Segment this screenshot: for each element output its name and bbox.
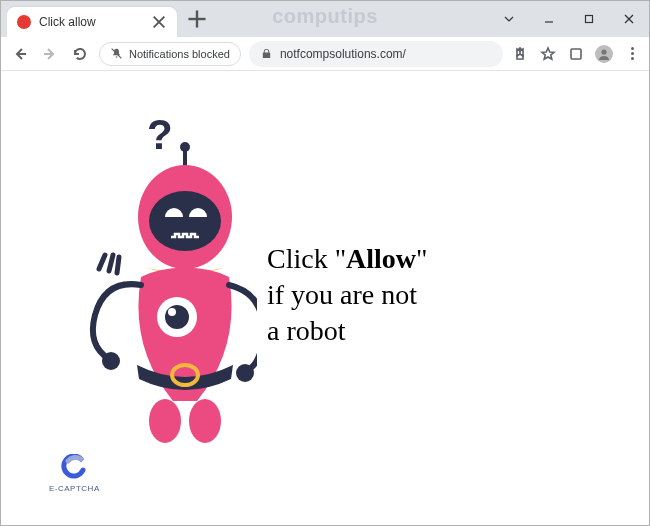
tab-favicon-icon xyxy=(17,15,31,29)
toolbar: Notifications blocked notfcompsolutions.… xyxy=(1,37,649,71)
maximize-icon xyxy=(583,13,595,25)
tab-strip: Click allow xyxy=(1,1,213,37)
svg-point-22 xyxy=(168,308,176,316)
svg-point-26 xyxy=(149,399,181,443)
msg-strong: Allow xyxy=(346,243,416,274)
svg-point-21 xyxy=(165,305,189,329)
ecaptcha-logo-icon xyxy=(61,454,87,480)
back-button[interactable] xyxy=(9,43,31,65)
notifications-chip-label: Notifications blocked xyxy=(129,48,230,60)
chevron-down-icon xyxy=(502,12,516,26)
svg-point-14 xyxy=(601,49,606,54)
profile-button[interactable] xyxy=(595,45,613,63)
robot-icon: ? xyxy=(37,109,257,449)
minimize-button[interactable] xyxy=(529,5,569,33)
ecaptcha-badge: E-CAPTCHA xyxy=(49,454,100,493)
watermark-text: computips xyxy=(272,5,378,28)
svg-marker-12 xyxy=(542,48,554,59)
tab-search-button[interactable] xyxy=(489,5,529,33)
toolbar-actions xyxy=(511,45,641,63)
share-button[interactable] xyxy=(511,45,529,63)
bell-off-icon xyxy=(110,47,123,60)
svg-point-19 xyxy=(149,191,221,251)
msg-line2: if you are not xyxy=(267,279,417,310)
page-content: ? xyxy=(1,71,649,525)
extensions-button[interactable] xyxy=(567,45,585,63)
arrow-right-icon xyxy=(42,46,58,62)
notifications-blocked-chip[interactable]: Notifications blocked xyxy=(99,42,241,66)
new-tab-button[interactable] xyxy=(185,7,209,31)
close-icon xyxy=(151,14,167,30)
msg-line3: a robot xyxy=(267,315,346,346)
svg-point-10 xyxy=(116,56,118,58)
address-bar[interactable]: notfcompsolutions.com/ xyxy=(249,41,503,67)
avatar-icon xyxy=(596,46,612,62)
maximize-button[interactable] xyxy=(569,5,609,33)
forward-button[interactable] xyxy=(39,43,61,65)
svg-rect-13 xyxy=(571,49,581,59)
lock-icon xyxy=(261,48,272,59)
titlebar: computips Click allow xyxy=(1,1,649,37)
tab-close-button[interactable] xyxy=(151,14,167,30)
tab-click-allow[interactable]: Click allow xyxy=(7,7,177,37)
svg-point-24 xyxy=(102,352,120,370)
window-controls xyxy=(489,1,649,37)
star-icon xyxy=(540,46,556,62)
msg-prefix: Click " xyxy=(267,243,346,274)
url-text: notfcompsolutions.com/ xyxy=(280,47,491,61)
plus-icon xyxy=(185,7,209,31)
reload-icon xyxy=(72,46,88,62)
svg-point-27 xyxy=(189,399,221,443)
svg-text:?: ? xyxy=(147,111,173,158)
window-close-button[interactable] xyxy=(609,5,649,33)
ecaptcha-label: E-CAPTCHA xyxy=(49,484,100,493)
share-icon xyxy=(512,46,528,62)
robot-illustration: ? xyxy=(37,109,257,449)
arrow-left-icon xyxy=(12,46,28,62)
menu-button[interactable] xyxy=(623,45,641,63)
captcha-message: Click "Allow" if you are not a robot xyxy=(267,241,428,348)
bookmark-button[interactable] xyxy=(539,45,557,63)
svg-point-25 xyxy=(236,364,254,382)
kebab-icon xyxy=(631,47,634,60)
tab-title: Click allow xyxy=(39,15,143,29)
svg-point-17 xyxy=(180,142,190,152)
minimize-icon xyxy=(543,13,555,25)
svg-rect-5 xyxy=(586,16,593,23)
msg-suffix1: " xyxy=(416,243,427,274)
reload-button[interactable] xyxy=(69,43,91,65)
extensions-icon xyxy=(568,46,584,62)
close-icon xyxy=(623,13,635,25)
browser-window: computips Click allow xyxy=(0,0,650,526)
